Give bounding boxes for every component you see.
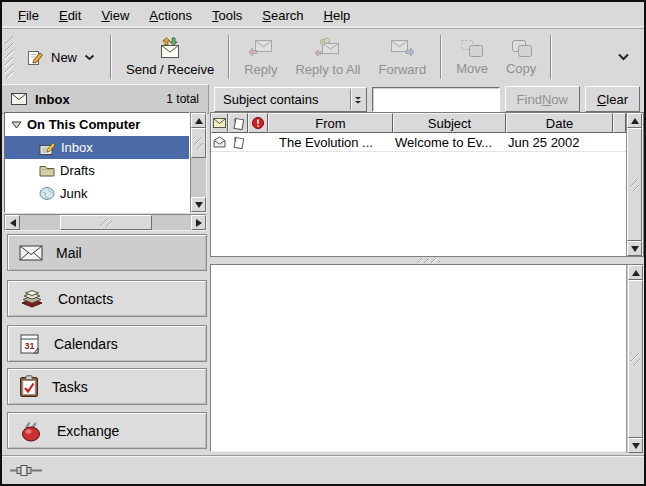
shortcut-label: Tasks: [52, 379, 88, 395]
exchange-icon: [19, 420, 44, 442]
tree-item-inbox[interactable]: Inbox: [5, 136, 189, 159]
evolution-window: File Edit View Actions Tools Search Help…: [0, 0, 646, 486]
shortcut-contacts[interactable]: Contacts: [7, 280, 207, 317]
message-rows: The Evolution ... Welcome to Ev... Jun 2…: [211, 133, 626, 256]
copy-icon: [509, 39, 533, 58]
tree-root-on-this-computer[interactable]: On This Computer: [5, 113, 189, 136]
send-receive-label: Send / Receive: [126, 62, 214, 77]
column-message-status[interactable]: [211, 113, 228, 133]
column-subject[interactable]: Subject: [393, 113, 506, 133]
folder-title: Inbox: [35, 92, 70, 107]
search-bar: Subject contains Find Now Clear: [210, 84, 644, 114]
scroll-right-arrow[interactable]: [191, 215, 206, 230]
scroll-down-arrow[interactable]: [191, 197, 206, 212]
tree-item-label: Inbox: [61, 140, 93, 155]
online-connector-icon[interactable]: [10, 464, 44, 477]
new-button[interactable]: New: [17, 43, 105, 72]
scroll-up-arrow[interactable]: [627, 113, 642, 128]
dropdown-arrow-icon: [350, 89, 366, 110]
toolbar-separator: [440, 35, 442, 79]
reply-all-icon: [314, 38, 342, 59]
menu-search[interactable]: Search: [252, 4, 313, 27]
forward-button[interactable]: Forward: [369, 35, 435, 80]
forward-icon: [389, 38, 415, 59]
message-list: From Subject Date: [210, 112, 644, 257]
search-input[interactable]: [372, 87, 500, 112]
folder-message-count: 1 total: [166, 92, 199, 106]
new-icon: [27, 49, 44, 66]
chevron-down-icon: [617, 53, 630, 61]
send-receive-button[interactable]: Send / Receive: [117, 34, 223, 80]
shortcut-exchange[interactable]: Exchange: [7, 412, 207, 449]
shortcut-mail[interactable]: Mail: [7, 234, 207, 271]
pane-splitter[interactable]: [210, 257, 644, 264]
folder-envelope-icon: [11, 93, 27, 105]
menu-file[interactable]: File: [8, 4, 49, 27]
toolbar-overflow-button[interactable]: [607, 47, 640, 67]
menu-actions[interactable]: Actions: [139, 4, 202, 27]
menu-help[interactable]: Help: [314, 4, 361, 27]
move-button[interactable]: Move: [447, 36, 497, 79]
scroll-left-arrow[interactable]: [5, 215, 20, 230]
tree-horizontal-scrollbar[interactable]: [4, 214, 207, 231]
menu-edit[interactable]: Edit: [49, 4, 91, 27]
reply-to-all-button-label: Reply to All: [295, 62, 360, 77]
move-button-label: Move: [456, 61, 488, 76]
copy-button-label: Copy: [506, 61, 536, 76]
shortcut-calendars[interactable]: 31 Calendars: [7, 325, 207, 362]
current-folder-header: Inbox 1 total: [2, 84, 209, 114]
send-receive-icon: [157, 37, 183, 59]
toolbar-separator: [228, 35, 230, 79]
find-now-label-post: ow: [551, 92, 568, 107]
svg-text:31: 31: [24, 341, 34, 351]
message-row[interactable]: The Evolution ... Welcome to Ev... Jun 2…: [211, 133, 626, 152]
column-date-label: Date: [546, 116, 573, 131]
reply-button[interactable]: Reply: [235, 35, 286, 80]
find-now-label-mnemonic: N: [542, 92, 551, 107]
move-icon: [460, 39, 484, 58]
tree-item-drafts[interactable]: Drafts: [5, 159, 189, 182]
scroll-down-arrow[interactable]: [628, 438, 643, 453]
find-now-button[interactable]: Find Now: [505, 86, 580, 112]
scroll-down-arrow[interactable]: [627, 241, 642, 256]
tree-scrollbar-thumb[interactable]: [191, 128, 206, 158]
important-icon: [252, 117, 264, 129]
message-list-scrollbar[interactable]: [626, 113, 643, 256]
expander-down-icon: [11, 121, 22, 129]
column-attachment[interactable]: [228, 113, 248, 133]
preview-scrollbar[interactable]: [626, 265, 643, 453]
toolbar: New Send / Receive Reply Reply to All: [2, 30, 644, 84]
menu-tools[interactable]: Tools: [202, 4, 252, 27]
reply-button-label: Reply: [244, 62, 277, 77]
message-status-icon: [213, 118, 226, 128]
mail-icon: [19, 245, 43, 261]
clear-button[interactable]: Clear: [585, 86, 640, 112]
attachment-icon: [232, 136, 245, 149]
folder-tree: On This Computer Inbox Drafts Junk: [4, 112, 190, 213]
shortcut-label: Contacts: [58, 291, 113, 307]
menubar: File Edit View Actions Tools Search Help: [2, 2, 644, 29]
search-criteria-dropdown[interactable]: Subject contains: [214, 87, 367, 112]
toolbar-grip[interactable]: [5, 36, 13, 78]
column-date[interactable]: Date: [506, 113, 613, 133]
shortcut-tasks[interactable]: Tasks: [7, 368, 207, 405]
tree-item-label: Junk: [60, 186, 87, 201]
contacts-icon: [19, 288, 45, 310]
copy-button[interactable]: Copy: [497, 36, 545, 79]
tree-hscrollbar-thumb[interactable]: [60, 215, 152, 230]
scroll-up-arrow[interactable]: [628, 265, 643, 280]
chevron-down-icon: [84, 54, 95, 61]
column-from[interactable]: From: [268, 113, 393, 133]
tree-vertical-scrollbar[interactable]: [190, 112, 207, 213]
column-important[interactable]: [248, 113, 268, 133]
column-subject-label: Subject: [428, 116, 471, 131]
scroll-up-arrow[interactable]: [191, 113, 206, 128]
toolbar-separator: [110, 35, 112, 79]
menu-view[interactable]: View: [91, 4, 139, 27]
preview-scrollbar-thumb[interactable]: [628, 280, 643, 438]
inbox-folder-icon: [39, 141, 56, 155]
tree-item-junk[interactable]: Junk: [5, 182, 189, 205]
message-list-scrollbar-thumb[interactable]: [627, 128, 642, 241]
column-filler: [613, 113, 626, 133]
reply-to-all-button[interactable]: Reply to All: [286, 35, 369, 80]
